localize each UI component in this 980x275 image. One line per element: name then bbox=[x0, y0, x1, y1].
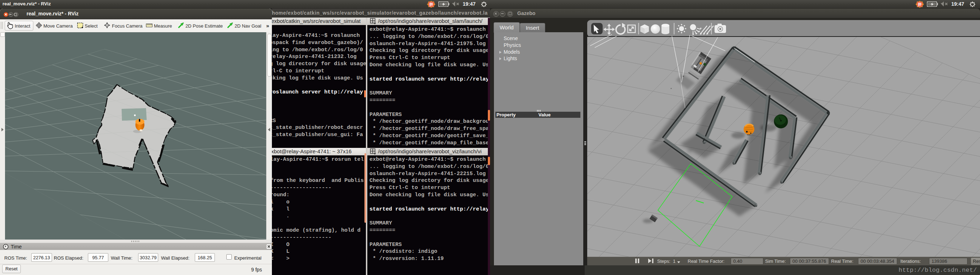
svg-text:拼: 拼 bbox=[429, 2, 433, 6]
svg-text:拼: 拼 bbox=[918, 2, 922, 6]
